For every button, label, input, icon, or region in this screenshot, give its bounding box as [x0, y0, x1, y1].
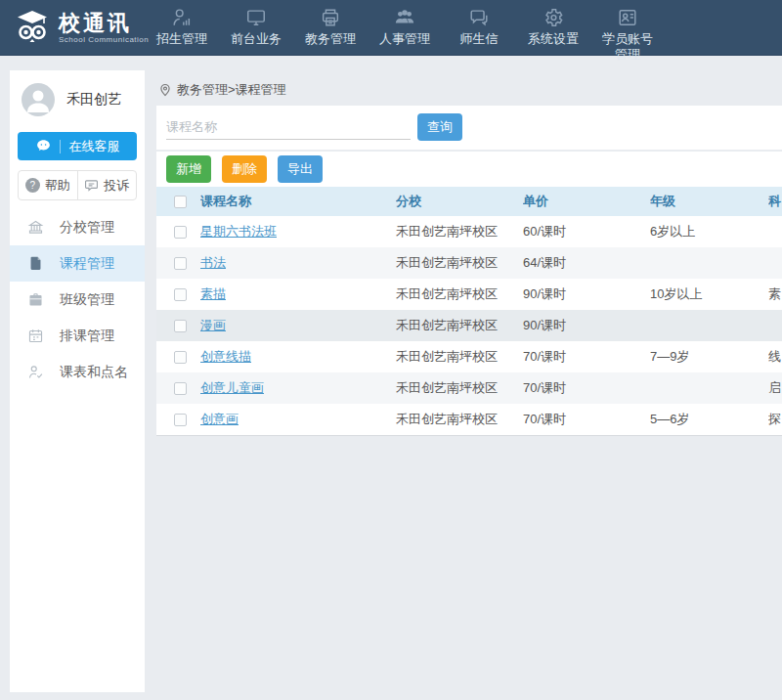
avatar	[22, 83, 55, 116]
topnav-item[interactable]: 系统设置	[516, 0, 590, 56]
branch-cell: 禾田创艺南坪校区	[396, 223, 523, 241]
course-name-link[interactable]: 星期六书法班	[200, 224, 277, 239]
topnav-item[interactable]: 人事管理	[368, 0, 442, 56]
sidebar-menu-item[interactable]: 排课管理	[10, 318, 145, 354]
delete-button[interactable]: 删除	[222, 155, 267, 183]
topnav-item[interactable]: 招生管理	[145, 0, 219, 56]
printer-icon	[320, 7, 341, 28]
gear-icon	[543, 7, 564, 28]
row-checkbox[interactable]	[174, 414, 187, 426]
action-buttons: 新增 删除 导出	[156, 152, 782, 187]
subject-cell: 线	[768, 348, 782, 366]
course-name-link[interactable]: 书法	[200, 255, 226, 270]
sidebar-menu-item[interactable]: 课表和点名	[10, 354, 145, 390]
branch-cell: 禾田创艺南坪校区	[396, 348, 523, 366]
person-check-icon	[27, 364, 44, 380]
course-name-link[interactable]: 创意线描	[200, 349, 251, 364]
column-header-branch: 分校	[396, 193, 523, 210]
subject-cell: 素	[768, 285, 782, 303]
online-service-button[interactable]: 在线客服	[18, 132, 137, 160]
grade-cell: 7—9岁	[650, 348, 768, 366]
price-cell: 64/课时	[523, 254, 650, 272]
user-name: 禾田创艺	[66, 91, 121, 109]
help-button[interactable]: ? 帮助	[19, 171, 77, 199]
sidebar-menu-label: 课程管理	[60, 255, 114, 273]
branch-cell: 禾田创艺南坪校区	[396, 285, 523, 303]
price-cell: 70/课时	[523, 379, 650, 397]
row-checkbox[interactable]	[174, 257, 187, 270]
main-content: 教务管理>课程管理 查询 新增 删除 导出 课程名称 分校 单价 年级 科 星期…	[156, 56, 782, 700]
sidebar-menu-label: 排课管理	[60, 328, 114, 345]
topnav-item[interactable]: 师生信	[442, 0, 516, 56]
table-row: 书法 禾田创艺南坪校区 64/课时	[156, 247, 782, 279]
complaint-label: 投诉	[104, 177, 129, 195]
grade-cell: 10岁以上	[650, 285, 768, 303]
course-list-panel: 新增 删除 导出 课程名称 分校 单价 年级 科 星期六书法班 禾田创艺南坪校区…	[156, 152, 782, 436]
add-button[interactable]: 新增	[166, 155, 211, 183]
people-icon	[394, 7, 415, 28]
branch-cell: 禾田创艺南坪校区	[396, 379, 523, 397]
branch-cell: 禾田创艺南坪校区	[396, 317, 523, 334]
location-pin-icon	[158, 83, 172, 97]
price-cell: 70/课时	[523, 411, 650, 428]
query-button[interactable]: 查询	[417, 113, 462, 141]
complaint-button[interactable]: 投诉	[77, 171, 137, 199]
branch-cell: 禾田创艺南坪校区	[396, 411, 523, 428]
branch-cell: 禾田创艺南坪校区	[396, 254, 523, 272]
online-service-label: 在线客服	[69, 138, 120, 155]
wechat-icon	[35, 138, 52, 154]
sidebar-menu-item[interactable]: 课程管理	[10, 245, 145, 282]
select-all-checkbox[interactable]	[174, 196, 187, 208]
sidebar-menu-item[interactable]: 班级管理	[10, 282, 145, 318]
divider	[60, 140, 61, 153]
sidebar-menu-label: 课表和点名	[60, 364, 128, 381]
table-header: 课程名称 分校 单价 年级 科	[156, 187, 782, 216]
row-checkbox[interactable]	[174, 382, 187, 395]
table-row: 素描 禾田创艺南坪校区 90/课时 10岁以上 素	[156, 279, 782, 310]
grade-cell: 6岁以上	[650, 223, 768, 241]
column-header-course-name: 课程名称	[200, 193, 396, 210]
app-logo: 校通讯 School Communication	[12, 8, 149, 47]
price-cell: 90/课时	[523, 285, 650, 303]
course-name-link[interactable]: 漫画	[200, 318, 226, 332]
speech-bubble-icon	[84, 178, 99, 193]
search-panel: 查询	[156, 106, 782, 150]
column-header-grade: 年级	[650, 193, 768, 210]
breadcrumb-text: 教务管理>课程管理	[177, 81, 286, 99]
topnav-item[interactable]: 前台业务	[219, 0, 293, 56]
topnav-item[interactable]: 学员账号管理	[590, 0, 665, 56]
row-checkbox[interactable]	[174, 226, 187, 239]
sidebar-menu-item[interactable]: 分校管理	[10, 209, 145, 245]
sidebar-menu-label: 班级管理	[60, 291, 114, 309]
subject-cell: 探	[768, 411, 782, 428]
app-subtitle: School Communication	[59, 35, 149, 44]
app-title: 校通讯	[59, 12, 149, 35]
price-cell: 60/课时	[523, 223, 650, 241]
topnav-item[interactable]: 教务管理	[293, 0, 368, 56]
course-name-link[interactable]: 创意儿童画	[200, 380, 264, 395]
person-signal-icon	[171, 7, 193, 28]
sidebar-menu: 分校管理 课程管理 班级管理 排课管理 课表和点名	[10, 209, 145, 390]
bank-icon	[27, 219, 44, 236]
help-complaint-row: ? 帮助 投诉	[18, 170, 137, 200]
export-button[interactable]: 导出	[278, 155, 323, 183]
course-name-link[interactable]: 创意画	[200, 412, 239, 426]
column-header-subject: 科	[768, 193, 782, 210]
breadcrumb: 教务管理>课程管理	[158, 81, 286, 99]
sidebar-menu-label: 分校管理	[60, 219, 114, 237]
book-icon	[27, 255, 44, 272]
course-name-link[interactable]: 素描	[200, 286, 226, 301]
row-checkbox[interactable]	[174, 351, 187, 364]
top-navbar: 校通讯 School Communication 招生管理 前台业务 教务管理 …	[0, 0, 782, 56]
table-row: 漫画 禾田创艺南坪校区 90/课时	[156, 310, 782, 341]
row-checkbox[interactable]	[174, 288, 187, 301]
subject-cell: 启	[768, 379, 782, 397]
table-row: 创意儿童画 禾田创艺南坪校区 70/课时 启	[156, 372, 782, 404]
calendar-icon	[27, 328, 44, 344]
price-cell: 90/课时	[523, 317, 650, 334]
sidebar: 禾田创艺 在线客服 ? 帮助 投诉 分校管理 课程管理	[10, 70, 145, 692]
course-name-input[interactable]	[166, 114, 411, 140]
owl-logo-icon	[12, 8, 55, 47]
row-checkbox[interactable]	[174, 320, 187, 332]
user-row: 禾田创艺	[10, 70, 145, 126]
